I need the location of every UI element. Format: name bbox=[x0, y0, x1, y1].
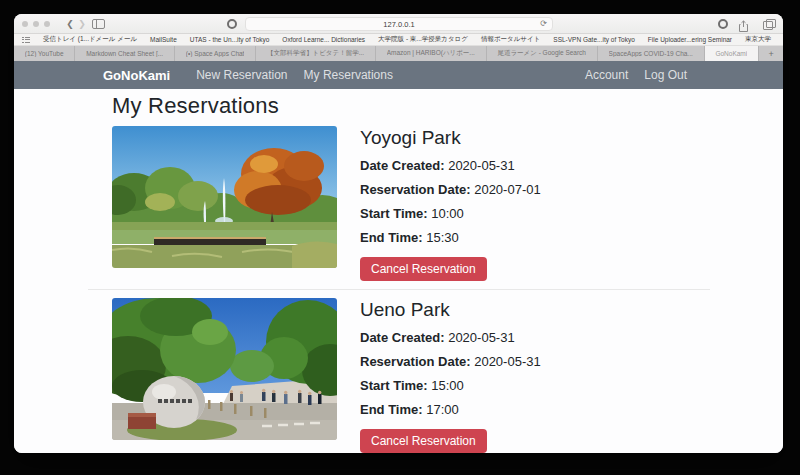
address-bar[interactable]: 127.0.0.1 ⟳ bbox=[245, 17, 553, 31]
zoom-window-icon[interactable] bbox=[44, 21, 50, 27]
close-window-icon[interactable] bbox=[22, 21, 28, 27]
bookmarks-bar: 受信トレイ (1...ドメール メール MailSuite UTAS - the… bbox=[14, 34, 783, 46]
tab-overview-icon[interactable] bbox=[763, 19, 774, 29]
sidebar-toggle-icon[interactable] bbox=[92, 19, 105, 29]
brand-link[interactable]: GoNoKami bbox=[103, 68, 170, 83]
ueno-park-photo bbox=[112, 298, 337, 440]
new-tab-button[interactable]: + bbox=[759, 46, 783, 61]
window-controls[interactable] bbox=[22, 21, 50, 27]
start-time-line: Start Time: 15:00 bbox=[360, 378, 541, 393]
browser-tab[interactable]: (•) Space Apps Chat bbox=[175, 46, 256, 61]
reload-icon[interactable]: ⟳ bbox=[540, 19, 547, 28]
browser-tab[interactable]: SpaceApps COVID-19 Cha... bbox=[598, 46, 705, 61]
browser-tab[interactable]: Amazon | HARIBO(ハリボー... bbox=[376, 46, 487, 61]
end-time-line: End Time: 17:00 bbox=[360, 402, 541, 417]
yoyogi-park-photo bbox=[112, 126, 337, 268]
bookmarks-grid-icon[interactable] bbox=[22, 37, 30, 43]
bookmark-item[interactable]: 大学院版 - 東...学授業カタログ bbox=[378, 35, 468, 44]
minimize-window-icon[interactable] bbox=[33, 21, 39, 27]
back-button[interactable]: ❮ bbox=[64, 17, 76, 31]
date-created-line: Date Created: 2020-05-31 bbox=[360, 158, 541, 173]
browser-tab[interactable]: 【文部科学省】トビタテ！留学... bbox=[256, 46, 376, 61]
share-icon[interactable] bbox=[738, 18, 749, 30]
extension-icon[interactable] bbox=[718, 19, 728, 29]
browser-window: ❮ ❯ 127.0.0.1 ⟳ 受信トレイ (1...ドメール メール Mail… bbox=[14, 14, 783, 453]
reservation-date-line: Reservation Date: 2020-05-31 bbox=[360, 354, 541, 369]
browser-tab[interactable]: Markdown Cheat Sheet [... bbox=[75, 46, 175, 61]
bookmark-item[interactable]: UTAS - the Un...ity of Tokyo bbox=[190, 36, 270, 43]
reservation-card: Yoyogi Park Date Created: 2020-05-31 Res… bbox=[88, 126, 710, 281]
bookmark-item[interactable]: Oxford Learne... Dictionaries bbox=[282, 36, 365, 43]
extension-icon[interactable] bbox=[227, 19, 237, 29]
bookmark-item[interactable]: 東京大学 bbox=[745, 35, 771, 44]
browser-tab[interactable]: (12) YouTube bbox=[14, 46, 75, 61]
browser-tab-active[interactable]: GoNoKami bbox=[705, 46, 759, 61]
park-name: Ueno Park bbox=[360, 299, 541, 321]
browser-tab[interactable]: 尾道ラーメン - Google Search bbox=[487, 46, 598, 61]
page-title: My Reservations bbox=[112, 93, 710, 119]
url-text: 127.0.0.1 bbox=[383, 20, 414, 29]
nav-link-logout[interactable]: Log Out bbox=[636, 68, 695, 82]
bookmark-item[interactable]: 受信トレイ (1...ドメール メール bbox=[43, 35, 137, 44]
reservation-date-line: Reservation Date: 2020-07-01 bbox=[360, 182, 541, 197]
start-time-line: Start Time: 10:00 bbox=[360, 206, 541, 221]
reservation-card: Ueno Park Date Created: 2020-05-31 Reser… bbox=[88, 298, 710, 453]
end-time-line: End Time: 15:30 bbox=[360, 230, 541, 245]
nav-link-my-reservations[interactable]: My Reservations bbox=[296, 68, 401, 82]
cancel-reservation-button[interactable]: Cancel Reservation bbox=[360, 257, 487, 281]
bookmark-item[interactable]: SSL-VPN Gate...ity of Tokyo bbox=[553, 36, 635, 43]
bookmark-item[interactable]: 情報ポータルサイト bbox=[481, 35, 540, 44]
nav-link-account[interactable]: Account bbox=[577, 68, 636, 82]
bookmark-item[interactable]: MailSuite bbox=[150, 36, 177, 43]
cancel-reservation-button[interactable]: Cancel Reservation bbox=[360, 429, 487, 453]
nav-link-new-reservation[interactable]: New Reservation bbox=[188, 68, 295, 82]
forward-button[interactable]: ❯ bbox=[76, 17, 88, 31]
browser-toolbar: ❮ ❯ 127.0.0.1 ⟳ bbox=[14, 14, 783, 34]
date-created-line: Date Created: 2020-05-31 bbox=[360, 330, 541, 345]
app-navbar: GoNoKami New Reservation My Reservations… bbox=[14, 61, 783, 89]
tab-bar: (12) YouTube Markdown Cheat Sheet [... (… bbox=[14, 46, 783, 61]
divider bbox=[88, 289, 710, 290]
page-content: My Reservations bbox=[14, 89, 783, 453]
park-name: Yoyogi Park bbox=[360, 127, 541, 149]
bookmark-item[interactable]: File Uploader...ering Seminar bbox=[648, 36, 732, 43]
